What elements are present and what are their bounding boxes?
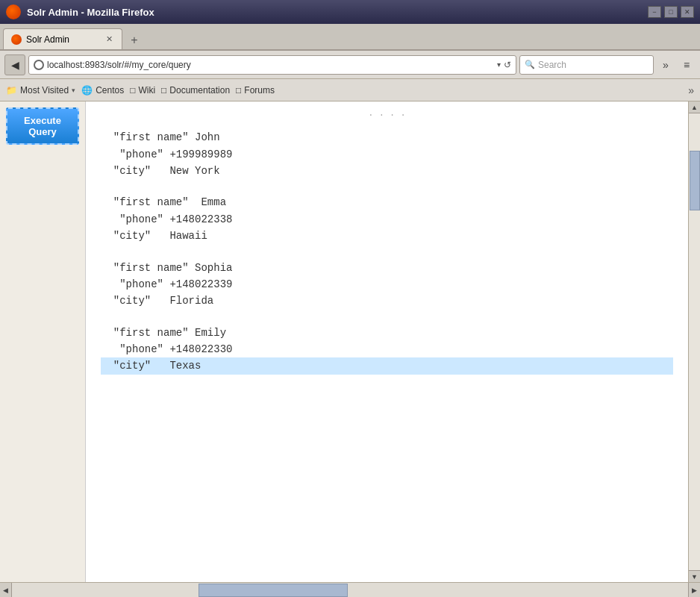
url-globe-icon <box>34 60 44 70</box>
tab-label: Solr Admin <box>26 34 69 45</box>
h-scrollbar-track <box>12 583 688 597</box>
query-results: · · · · "first name" John "phone" +19998… <box>86 101 688 582</box>
record-3-city: "city" Florida <box>101 293 673 309</box>
title-bar: Solr Admin - Mozilla Firefox − □ ✕ <box>0 0 700 24</box>
url-text: localhost:8983/solr/#/my_core/query <box>47 60 494 70</box>
scrollbar-thumb[interactable] <box>690 151 700 210</box>
most-visited-icon: 📁 <box>6 85 17 96</box>
window-controls: − □ ✕ <box>648 6 694 18</box>
firefox-logo-icon <box>6 4 21 19</box>
search-icon: 🔍 <box>525 60 535 69</box>
minimize-button[interactable]: − <box>648 6 661 18</box>
record-2-city: "city" Hawaii <box>101 228 673 244</box>
back-icon: ◀ <box>11 59 19 71</box>
nav-more-button[interactable]: » <box>657 55 675 75</box>
search-bar[interactable]: 🔍 Search <box>519 55 654 75</box>
record-1-firstname: "first name" John <box>101 129 673 146</box>
record-2: "first name" Emma "phone" +148022338 "ci… <box>101 194 673 244</box>
horizontal-scrollbar[interactable]: ◀ ▶ <box>0 582 700 597</box>
scroll-left-icon: ◀ <box>3 587 8 594</box>
new-tab-button[interactable]: + <box>125 31 143 49</box>
close-button[interactable]: ✕ <box>681 6 694 18</box>
nav-menu-button[interactable]: ≡ <box>678 55 696 75</box>
scroll-right-icon: ▶ <box>692 587 697 594</box>
scrollbar-up-button[interactable]: ▲ <box>689 101 701 113</box>
record-4-phone: "phone" +148022330 <box>101 341 673 357</box>
record-2-firstname: "first name" Emma <box>101 194 673 210</box>
tab-favicon-icon <box>11 34 22 45</box>
url-dropdown-icon[interactable]: ▾ <box>497 60 501 69</box>
back-button[interactable]: ◀ <box>4 54 25 75</box>
scroll-up-icon: ▲ <box>691 104 698 111</box>
search-placeholder: Search <box>538 60 566 70</box>
scrollbar-left-button[interactable]: ◀ <box>0 583 12 598</box>
most-visited-arrow-icon: ▾ <box>72 87 75 94</box>
solr-admin-tab[interactable]: Solr Admin ✕ <box>3 28 122 49</box>
record-3: "first name" Sophia "phone" +148022339 "… <box>101 260 673 310</box>
bookmark-forums[interactable]: □ Forums <box>236 85 275 96</box>
bookmarks-more-button[interactable]: » <box>688 84 694 96</box>
tab-bar: Solr Admin ✕ + <box>0 24 700 51</box>
tab-close-button[interactable]: ✕ <box>104 34 114 45</box>
scrollbar-track <box>689 113 700 570</box>
sidebar: Execute Query <box>0 101 86 582</box>
vertical-scrollbar[interactable]: ▲ ▼ <box>688 101 700 582</box>
bookmarks-bar: 📁 Most Visited ▾ 🌐 Centos □ Wiki □ Docum… <box>0 79 700 101</box>
documentation-icon: □ <box>161 85 166 96</box>
record-1-city: "city" New York <box>101 163 673 179</box>
window-title: Solr Admin - Mozilla Firefox <box>27 7 154 18</box>
most-visited-label: Most Visited <box>20 85 69 96</box>
title-bar-left: Solr Admin - Mozilla Firefox <box>6 4 154 19</box>
main-area: Execute Query · · · · "first name" John … <box>0 101 700 582</box>
record-2-phone: "phone" +148022338 <box>101 211 673 228</box>
execute-query-button[interactable]: Execute Query <box>6 107 79 145</box>
url-refresh-icon[interactable]: ↺ <box>504 60 511 70</box>
bookmark-documentation[interactable]: □ Documentation <box>161 85 230 96</box>
centos-label: Centos <box>96 85 124 96</box>
bookmark-centos[interactable]: 🌐 Centos <box>81 85 124 96</box>
wiki-icon: □ <box>130 85 135 96</box>
record-4-city: "city" Texas <box>101 357 673 374</box>
bookmark-most-visited[interactable]: 📁 Most Visited ▾ <box>6 85 75 96</box>
forums-label: Forums <box>244 85 275 96</box>
bookmark-wiki[interactable]: □ Wiki <box>130 85 155 96</box>
forums-icon: □ <box>236 85 241 96</box>
maximize-button[interactable]: □ <box>664 6 678 18</box>
nav-bar: ◀ localhost:8983/solr/#/my_core/query ▾ … <box>0 51 700 79</box>
dots-indicator: · · · · <box>101 109 673 123</box>
record-4-firstname: "first name" Emily <box>101 325 673 341</box>
wiki-label: Wiki <box>138 85 155 96</box>
record-1-phone: "phone" +199989989 <box>101 146 673 163</box>
content-area: · · · · "first name" John "phone" +19998… <box>86 101 700 582</box>
url-bar[interactable]: localhost:8983/solr/#/my_core/query ▾ ↺ <box>28 55 516 75</box>
record-1: "first name" John "phone" +199989989 "ci… <box>101 129 673 179</box>
h-scrollbar-thumb[interactable] <box>199 584 348 597</box>
scrollbar-right-button[interactable]: ▶ <box>688 583 700 598</box>
record-3-phone: "phone" +148022339 <box>101 276 673 293</box>
record-4: "first name" Emily "phone" +148022330 "c… <box>101 325 673 375</box>
documentation-label: Documentation <box>169 85 230 96</box>
scroll-down-icon: ▼ <box>691 573 698 581</box>
centos-icon: 🌐 <box>81 85 93 96</box>
scrollbar-down-button[interactable]: ▼ <box>689 570 701 582</box>
record-3-firstname: "first name" Sophia <box>101 260 673 276</box>
